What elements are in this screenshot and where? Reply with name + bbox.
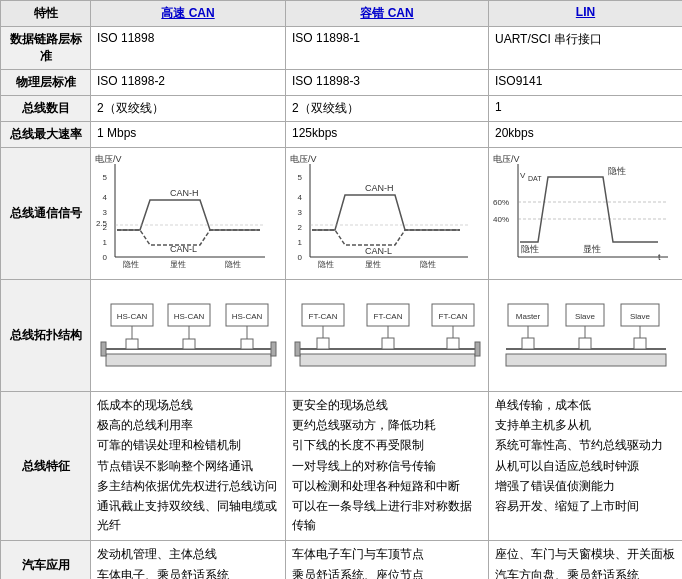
svg-rect-88 (634, 338, 646, 349)
cell-features-lin: 单线传输，成本低 支持单主机多从机 系统可靠性高、节约总线驱动力 从机可以自适应… (489, 392, 683, 541)
svg-text:5: 5 (103, 173, 108, 182)
svg-text:隐性: 隐性 (318, 260, 334, 269)
cell-bus-count-ft: 2（双绞线） (286, 96, 489, 122)
cell-topo-lin: Master Slave Slave (489, 280, 683, 392)
svg-rect-73 (300, 354, 475, 366)
svg-rect-58 (101, 342, 106, 356)
cell-physical-lin: ISO9141 (489, 70, 683, 96)
svg-text:1: 1 (103, 238, 108, 247)
svg-rect-59 (271, 342, 276, 356)
svg-text:显性: 显性 (170, 260, 186, 269)
svg-text:隐性: 隐性 (225, 260, 241, 269)
svg-text:3: 3 (298, 208, 303, 217)
svg-rect-72 (447, 338, 459, 349)
svg-text:HS-CAN: HS-CAN (173, 312, 204, 321)
auto-app-ft-list: 车体电子车门与车顶节点 乘员舒适系统、座位节点 (292, 545, 482, 579)
label-bus-count: 总线数目 (1, 96, 91, 122)
cell-features-ft: 更安全的现场总线 更约总线驱动方，降低功耗 引下线的长度不再受限制 一对导线上的… (286, 392, 489, 541)
svg-text:CAN-L: CAN-L (365, 246, 392, 256)
features-ft-list: 更安全的现场总线 更约总线驱动方，降低功耗 引下线的长度不再受限制 一对导线上的… (292, 396, 482, 535)
link-lin[interactable]: LIN (576, 5, 595, 19)
topo-hs-can: HS-CAN HS-CAN HS-CAN (96, 284, 281, 384)
cell-signal-hs: 电压/V 5 4 3 2 1 0 CAN-H (91, 148, 286, 280)
row-topo: 总线拓扑结构 HS-CAN HS-CAN (1, 280, 683, 392)
row-auto-app: 汽车应用 发动机管理、主体总线 车体电子、乘员舒适系统 车体电子车门与车顶节点 … (1, 541, 683, 579)
svg-text:60%: 60% (493, 198, 509, 207)
link-ft-can[interactable]: 容错 CAN (360, 6, 413, 20)
cell-bus-count-lin: 1 (489, 96, 683, 122)
cell-data-link-ft: ISO 11898-1 (286, 27, 489, 70)
cell-data-link-hs: ISO 11898 (91, 27, 286, 70)
header-col3: LIN (489, 1, 683, 27)
svg-text:显性: 显性 (365, 260, 381, 269)
cell-bus-speed-ft: 125kbps (286, 122, 489, 148)
svg-rect-74 (295, 342, 300, 356)
cell-topo-ft: FT-CAN FT-CAN FT-CAN (286, 280, 489, 392)
row-data-link: 数据链路层标准 ISO 11898 ISO 11898-1 UART/SCI 串… (1, 27, 683, 70)
label-signal: 总线通信信号 (1, 148, 91, 280)
row-physical: 物理层标准 ISO 11898-2 ISO 11898-3 ISO9141 (1, 70, 683, 96)
cell-features-hs: 低成本的现场总线 极高的总线利用率 可靠的错误处理和检错机制 节点错误不影响整个… (91, 392, 286, 541)
signal-diagram-hs: 电压/V 5 4 3 2 1 0 CAN-H (95, 152, 270, 272)
svg-rect-84 (579, 338, 591, 349)
svg-rect-48 (126, 339, 138, 349)
features-hs-list: 低成本的现场总线 极高的总线利用率 可靠的错误处理和检错机制 节点错误不影响整个… (97, 396, 279, 535)
svg-rect-80 (522, 338, 534, 349)
svg-text:40%: 40% (493, 215, 509, 224)
svg-text:HS-CAN: HS-CAN (231, 312, 262, 321)
svg-text:隐性: 隐性 (521, 244, 539, 254)
topo-ft-can: FT-CAN FT-CAN FT-CAN (290, 284, 485, 384)
auto-app-lin-list: 座位、车门与天窗模块、开关面板 汽车方向盘、乘员舒适系统 (495, 545, 676, 579)
cell-auto-app-lin: 座位、车门与天窗模块、开关面板 汽车方向盘、乘员舒适系统 (489, 541, 683, 579)
row-features: 总线特征 低成本的现场总线 极高的总线利用率 可靠的错误处理和检错机制 节点错误… (1, 392, 683, 541)
svg-text:0: 0 (103, 253, 108, 262)
svg-text:隐性: 隐性 (420, 260, 436, 269)
svg-text:2: 2 (298, 223, 303, 232)
label-physical: 物理层标准 (1, 70, 91, 96)
svg-text:电压/V: 电压/V (290, 154, 317, 164)
features-lin-list: 单线传输，成本低 支持单主机多从机 系统可靠性高、节约总线驱动力 从机可以自适应… (495, 396, 676, 516)
row-bus-count: 总线数目 2（双绞线） 2（双绞线） 1 (1, 96, 683, 122)
label-bus-speed: 总线最大速率 (1, 122, 91, 148)
cell-bus-speed-hs: 1 Mbps (91, 122, 286, 148)
signal-diagram-ft: 电压/V 5 4 3 2 1 0 CAN-H CAN-L 隐性 (290, 152, 475, 272)
label-data-link: 数据链路层标准 (1, 27, 91, 70)
row-signal: 总线通信信号 电压/V 5 4 3 2 1 0 (1, 148, 683, 280)
svg-text:4: 4 (298, 193, 303, 202)
svg-text:DAT: DAT (528, 175, 542, 182)
svg-text:电压/V: 电压/V (493, 154, 520, 164)
cell-auto-app-ft: 车体电子车门与车顶节点 乘员舒适系统、座位节点 (286, 541, 489, 579)
svg-rect-64 (317, 338, 329, 349)
svg-text:CAN-H: CAN-H (170, 188, 199, 198)
svg-text:Slave: Slave (629, 312, 650, 321)
cell-bus-count-hs: 2（双绞线） (91, 96, 286, 122)
cell-signal-lin: 电压/V V DAT 60% 40% 隐性 (489, 148, 683, 280)
cell-physical-hs: ISO 11898-2 (91, 70, 286, 96)
svg-text:Slave: Slave (574, 312, 595, 321)
cell-auto-app-hs: 发动机管理、主体总线 车体电子、乘员舒适系统 (91, 541, 286, 579)
label-features: 总线特征 (1, 392, 91, 541)
svg-text:显性: 显性 (583, 244, 601, 254)
svg-text:5: 5 (298, 173, 303, 182)
svg-text:1: 1 (298, 238, 303, 247)
svg-rect-56 (241, 339, 253, 349)
svg-rect-57 (106, 354, 271, 366)
svg-text:0: 0 (298, 253, 303, 262)
svg-text:CAN-H: CAN-H (365, 183, 394, 193)
header-col2: 容错 CAN (286, 1, 489, 27)
row-bus-speed: 总线最大速率 1 Mbps 125kbps 20kbps (1, 122, 683, 148)
cell-topo-hs: HS-CAN HS-CAN HS-CAN (91, 280, 286, 392)
svg-text:FT-CAN: FT-CAN (374, 312, 403, 321)
header-col1: 高速 CAN (91, 1, 286, 27)
svg-text:HS-CAN: HS-CAN (116, 312, 147, 321)
svg-text:隐性: 隐性 (123, 260, 139, 269)
label-topo: 总线拓扑结构 (1, 280, 91, 392)
topo-lin: Master Slave Slave (496, 284, 676, 384)
svg-text:电压/V: 电压/V (95, 154, 122, 164)
svg-text:FT-CAN: FT-CAN (309, 312, 338, 321)
link-hs-can[interactable]: 高速 CAN (161, 6, 214, 20)
header-col0: 特性 (1, 1, 91, 27)
cell-bus-speed-lin: 20kbps (489, 122, 683, 148)
svg-rect-89 (506, 354, 666, 366)
svg-rect-68 (382, 338, 394, 349)
